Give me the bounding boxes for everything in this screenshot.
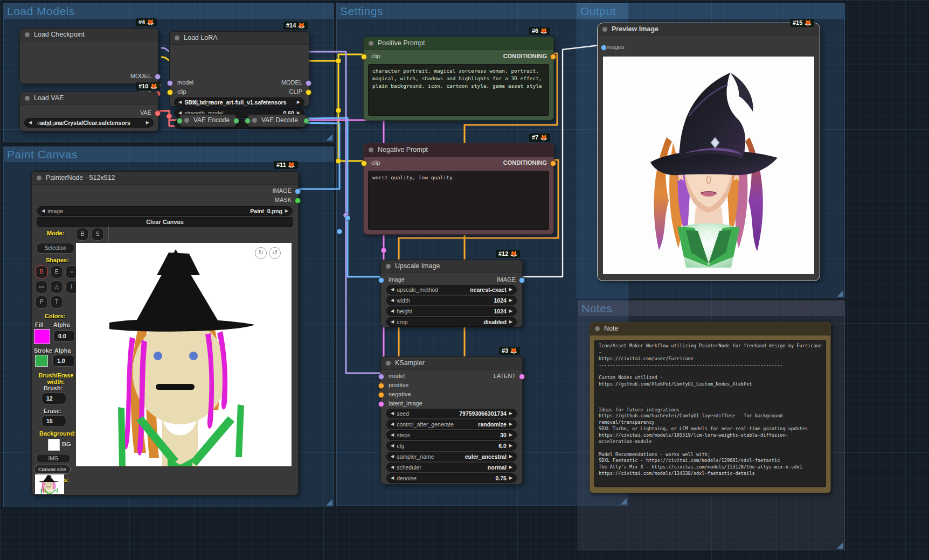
conditioning-output-dot[interactable]	[550, 160, 556, 166]
widget-cfg[interactable]: ◀ cfg 6.0 ▶	[386, 441, 517, 451]
undo-button[interactable]: ↺	[269, 247, 281, 259]
fill-color-swatch[interactable]	[34, 329, 50, 344]
collapsed-output-dot[interactable]	[233, 118, 239, 124]
redo-button[interactable]: ↻	[255, 247, 267, 259]
widget-steps[interactable]: ◀ steps 30 ▶	[386, 430, 517, 440]
image-input-dot[interactable]	[378, 277, 384, 283]
comfyui-canvas[interactable]: { "badge_icon": "🦊", "groups": { "load_m…	[0, 0, 929, 560]
conditioning-output-dot[interactable]	[550, 54, 556, 60]
stroke-alpha-input[interactable]: 1.0	[52, 355, 75, 367]
group-notes-header[interactable]	[578, 301, 844, 316]
number-right-arrow[interactable]: ▶	[509, 431, 512, 439]
node-load-lora-header[interactable]: Load LoRA	[170, 32, 309, 45]
node-upscale-image-header[interactable]: Upscale Image	[381, 260, 522, 273]
group-resize-handle[interactable]	[837, 542, 843, 549]
widget-image-file[interactable]: ◀ image Paint_0.png ▶	[37, 206, 293, 216]
latent-image-input-dot[interactable]	[378, 401, 384, 407]
widget-control-after-generate[interactable]: ◀ control_after_generate randomize ▶	[386, 419, 517, 429]
number-right-arrow[interactable]: ▶	[509, 442, 512, 450]
stroke-color-swatch[interactable]	[35, 355, 48, 367]
clip-input-dot[interactable]	[361, 54, 367, 60]
combo-left-arrow[interactable]: ◀	[391, 463, 394, 472]
group-resize-handle[interactable]	[326, 499, 332, 506]
number-right-arrow[interactable]: ▶	[509, 307, 512, 316]
model-output-dot[interactable]	[306, 80, 311, 86]
generated-witch-image[interactable]	[603, 57, 814, 274]
shape-brush-button[interactable]: B	[35, 265, 48, 278]
shape-rect-button[interactable]: ▭	[35, 281, 48, 293]
combo-left-arrow[interactable]: ◀	[391, 318, 394, 326]
widget-height[interactable]: ◀ height 1024 ▶	[386, 306, 517, 316]
positive-input-dot[interactable]	[378, 383, 384, 389]
node-load-vae[interactable]: Load VAE VAE ◀ vae_name sdxl_vaeCrystalC…	[19, 92, 158, 131]
number-right-arrow[interactable]: ▶	[509, 296, 512, 305]
clip-input-dot[interactable]	[361, 160, 367, 166]
node-positive-prompt-header[interactable]: Positive Prompt	[364, 37, 553, 50]
combo-right-arrow[interactable]: ▶	[509, 318, 512, 326]
clip-output-dot[interactable]	[306, 89, 311, 95]
number-left-arrow[interactable]: ◀	[391, 409, 394, 418]
combo-right-arrow[interactable]: ▶	[146, 118, 149, 127]
combo-right-arrow[interactable]: ▶	[509, 285, 512, 294]
widget-denoise[interactable]: ◀ denoise 0.75 ▶	[386, 473, 517, 483]
erase-width-input[interactable]: 15	[41, 415, 66, 427]
latent-output-dot[interactable]	[519, 374, 525, 380]
node-load-checkpoint[interactable]: Load Checkpoint MODEL CLIP VAE ◀ ckpt_na…	[19, 28, 158, 84]
number-left-arrow[interactable]: ◀	[391, 307, 394, 316]
node-negative-prompt[interactable]: Negative Prompt clip CONDITIONING worst …	[363, 143, 554, 235]
combo-right-arrow[interactable]: ▶	[509, 420, 512, 429]
node-preview-image[interactable]: Preview Image images	[597, 23, 820, 281]
images-input-dot[interactable]	[601, 45, 607, 51]
widget-upscale-method[interactable]: ◀ upscale_method nearest-exact ▶	[386, 285, 517, 295]
background-color-swatch[interactable]	[48, 439, 60, 451]
note-textarea[interactable]: Icon/Asset Maker Workflow utilizing Pain…	[594, 340, 826, 487]
model-input-dot[interactable]	[378, 374, 384, 380]
node-load-checkpoint-header[interactable]: Load Checkpoint	[20, 29, 158, 41]
fill-alpha-input[interactable]: 0.0	[53, 330, 75, 342]
number-left-arrow[interactable]: ◀	[391, 296, 394, 305]
img-load-button[interactable]: IMG	[36, 454, 71, 463]
widget-seed[interactable]: ◀ seed 797593066301734 ▶	[386, 409, 517, 418]
negative-input-dot[interactable]	[378, 392, 384, 398]
combo-left-arrow[interactable]: ◀	[391, 285, 394, 294]
node-negative-prompt-header[interactable]: Negative Prompt	[364, 144, 553, 157]
vae-output-dot[interactable]	[155, 110, 161, 116]
mode-brush-button[interactable]: B	[76, 228, 89, 241]
node-positive-prompt[interactable]: Positive Prompt clip CONDITIONING charac…	[363, 37, 554, 121]
number-right-arrow[interactable]: ▶	[509, 474, 512, 482]
node-load-lora[interactable]: Load LoRA model clip MODEL CLIP ◀ lora_n…	[169, 31, 309, 107]
shape-triangle-button[interactable]: △	[50, 281, 63, 293]
model-input-dot[interactable]	[167, 80, 173, 86]
node-load-vae-header[interactable]: Load VAE	[20, 92, 158, 105]
number-left-arrow[interactable]: ◀	[391, 442, 394, 450]
positive-prompt-textarea[interactable]: character portrait, magical sorceress wo…	[368, 64, 549, 116]
number-left-arrow[interactable]: ◀	[391, 431, 394, 439]
collapsed-output-dot[interactable]	[303, 118, 309, 124]
collapsed-input-dot[interactable]	[245, 118, 251, 124]
node-upscale-image[interactable]: Upscale Image image IMAGE ◀ upscale_meth…	[380, 260, 523, 327]
combo-right-arrow[interactable]: ▶	[285, 207, 288, 215]
mode-shape-button[interactable]: S	[91, 228, 104, 241]
node-note[interactable]: Note Icon/Asset Maker Workflow utilizing…	[590, 322, 831, 493]
number-left-arrow[interactable]: ◀	[391, 474, 394, 482]
shape-pencil-button[interactable]: P	[35, 296, 48, 309]
group-output-header[interactable]	[577, 4, 844, 19]
node-vae-encode[interactable]: VAE Encode	[179, 114, 237, 127]
image-output-dot[interactable]	[519, 277, 525, 283]
clip-input-dot[interactable]	[167, 89, 173, 95]
selection-button[interactable]: Selection	[36, 243, 75, 254]
paint-canvas-surface[interactable]: ↺ ↻	[76, 243, 292, 466]
node-painter[interactable]: PainterNode - 512x512 IMAGE MASK ◀ image…	[31, 171, 299, 495]
number-right-arrow[interactable]: ▶	[509, 409, 512, 418]
node-preview-image-header[interactable]: Preview Image	[598, 23, 820, 36]
combo-left-arrow[interactable]: ◀	[391, 420, 394, 429]
node-vae-decode[interactable]: VAE Decode	[247, 114, 307, 127]
node-painter-header[interactable]: PainterNode - 512x512	[32, 172, 298, 185]
node-ksampler-header[interactable]: KSampler	[381, 357, 522, 370]
negative-prompt-textarea[interactable]: worst quality, low quality	[368, 171, 549, 230]
widget-sampler-name[interactable]: ◀ sampler_name euler_ancestral ▶	[386, 452, 517, 461]
combo-right-arrow[interactable]: ▶	[509, 463, 512, 472]
combo-left-arrow[interactable]: ◀	[41, 207, 45, 215]
node-ksampler[interactable]: KSampler model positive negative latent_…	[380, 356, 523, 485]
combo-right-arrow[interactable]: ▶	[509, 452, 512, 461]
